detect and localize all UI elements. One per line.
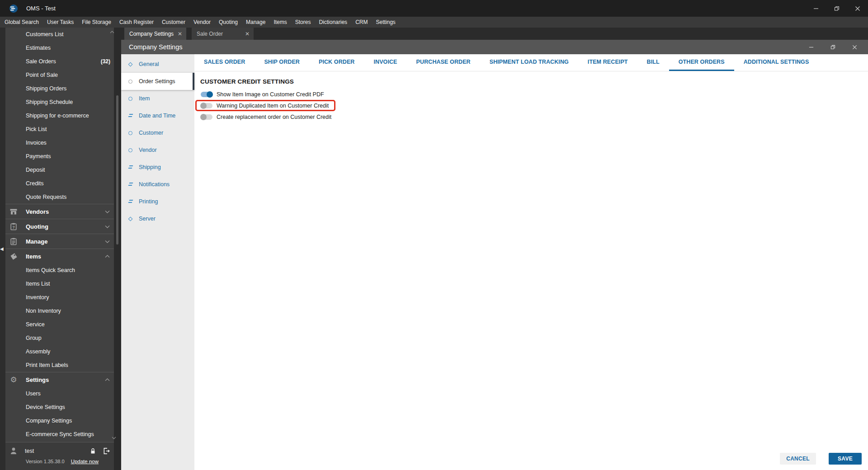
menu-item[interactable]: User Tasks bbox=[43, 17, 78, 28]
menu-item[interactable]: Manage bbox=[242, 17, 269, 28]
logout-icon[interactable] bbox=[103, 447, 110, 455]
settings-category-item[interactable]: Item bbox=[121, 90, 194, 107]
close-button[interactable] bbox=[852, 45, 857, 50]
sidebar-item[interactable]: Point of Sale bbox=[5, 68, 114, 82]
settings-category-item[interactable]: Order Settings bbox=[121, 73, 194, 90]
menu-item[interactable]: Vendor bbox=[189, 17, 215, 28]
settings-tab[interactable]: SHIP ORDER bbox=[255, 54, 309, 71]
sidebar-group-quoting[interactable]: ? Quoting bbox=[5, 219, 114, 234]
settings-tab[interactable]: ADDITIONAL SETTINGS bbox=[734, 54, 819, 71]
sidebar-item[interactable]: Users bbox=[5, 387, 114, 400]
document-tab[interactable]: Company Settings ✕ bbox=[124, 28, 186, 40]
lock-icon[interactable] bbox=[90, 447, 96, 455]
toggle-row[interactable]: Create replacement order on Customer Cre… bbox=[195, 111, 338, 122]
sidebar-item[interactable]: E-commerce Sync Settings bbox=[5, 428, 114, 441]
sidebar-item[interactable]: Items Quick Search bbox=[5, 263, 114, 277]
settings-tab[interactable]: PICK ORDER bbox=[309, 54, 364, 71]
sidebar-scrollbar[interactable] bbox=[116, 95, 118, 244]
menu-item[interactable]: Stores bbox=[291, 17, 315, 28]
settings-category-item[interactable]: Notifications bbox=[121, 176, 194, 193]
menu-item[interactable]: Global Search bbox=[0, 17, 43, 28]
settings-category-item[interactable]: Date and Time bbox=[121, 107, 194, 124]
menu-item[interactable]: Quoting bbox=[215, 17, 242, 28]
sidebar-item[interactable]: Assembly bbox=[5, 345, 114, 358]
sidebar-item[interactable]: Invoices bbox=[5, 136, 114, 150]
update-now-link[interactable]: Update now bbox=[71, 459, 99, 464]
toggle-switch[interactable] bbox=[201, 103, 212, 108]
version-text: Version 1.35.38.0 bbox=[26, 459, 65, 464]
settings-category-item[interactable]: Server bbox=[121, 210, 194, 227]
settings-tab-label: ITEM RECEIPT bbox=[588, 59, 628, 65]
settings-tab[interactable]: ITEM RECEIPT bbox=[578, 54, 637, 71]
category-icon bbox=[127, 217, 133, 221]
sidebar-item[interactable]: Print Item Labels bbox=[5, 358, 114, 372]
sidebar-item[interactable]: Payments bbox=[5, 150, 114, 163]
sidebar-item[interactable]: Customers List bbox=[5, 28, 114, 41]
menu-item[interactable]: CRM bbox=[351, 17, 372, 28]
sidebar-group-manage[interactable]: Manage bbox=[5, 234, 114, 249]
settings-tab-label: PICK ORDER bbox=[319, 59, 354, 65]
document-tab[interactable]: Sale Order ✕ bbox=[192, 28, 254, 40]
menu-item[interactable]: Items bbox=[269, 17, 291, 28]
scroll-up-hint-icon[interactable] bbox=[109, 28, 115, 36]
restore-button[interactable] bbox=[830, 45, 835, 50]
settings-category-item[interactable]: Customer bbox=[121, 124, 194, 141]
sidebar-item[interactable]: Inventory bbox=[5, 291, 114, 304]
menu-item[interactable]: File Storage bbox=[78, 17, 115, 28]
cancel-button[interactable]: CANCEL bbox=[780, 453, 816, 465]
settings-tab-label: SHIPMENT LOAD TRACKING bbox=[490, 59, 569, 65]
sidebar-item[interactable]: Estimates bbox=[5, 41, 114, 55]
settings-tab[interactable]: PURCHASE ORDER bbox=[407, 54, 480, 71]
sidebar-item[interactable]: Service bbox=[5, 318, 114, 331]
sidebar-item[interactable]: Pick List bbox=[5, 122, 114, 136]
sidebar-item[interactable]: Quote Requests bbox=[5, 190, 114, 204]
menu-item[interactable]: Dictionaries bbox=[315, 17, 351, 28]
sidebar-item[interactable]: Non Inventory bbox=[5, 304, 114, 318]
sidebar-group-settings[interactable]: ⚙ Settings bbox=[5, 372, 114, 387]
sidebar-item[interactable]: Sale Orders (32) bbox=[5, 55, 114, 68]
toggle-row[interactable]: Warning Duplicated Item on Customer Cred… bbox=[195, 100, 335, 111]
sidebar-item[interactable]: Shipping Orders bbox=[5, 82, 114, 95]
settings-category-item[interactable]: Shipping bbox=[121, 159, 194, 176]
tab-close-icon[interactable]: ✕ bbox=[175, 31, 182, 37]
sidebar-item[interactable]: Shipping Schedule bbox=[5, 95, 114, 109]
settings-tab[interactable]: SHIPMENT LOAD TRACKING bbox=[480, 54, 578, 71]
scroll-down-hint-icon[interactable] bbox=[111, 433, 117, 442]
restore-button[interactable] bbox=[826, 0, 847, 17]
sidebar-group-items[interactable]: Items bbox=[5, 249, 114, 263]
settings-category-item[interactable]: Printing bbox=[121, 193, 194, 210]
menubar: Global Search User Tasks File Storage Ca… bbox=[0, 17, 868, 28]
sidebar-collapse-arrow-icon[interactable]: ◀ bbox=[0, 246, 4, 251]
document-tab-label: Company Settings bbox=[129, 31, 175, 37]
settings-category-item[interactable]: General bbox=[121, 56, 194, 73]
toggle-switch[interactable] bbox=[201, 92, 212, 97]
toggle-row[interactable]: Show Item Image on Customer Credit PDF bbox=[195, 89, 331, 100]
menu-item[interactable]: Settings bbox=[372, 17, 399, 28]
minimize-button[interactable] bbox=[806, 0, 826, 17]
sidebar-item[interactable]: Company Settings bbox=[5, 414, 114, 428]
settings-tab[interactable]: SALES ORDER bbox=[194, 54, 255, 71]
save-button[interactable]: SAVE bbox=[829, 453, 862, 465]
close-button[interactable] bbox=[847, 0, 868, 17]
tab-close-icon[interactable]: ✕ bbox=[242, 31, 250, 37]
settings-tab[interactable]: BILL bbox=[637, 54, 669, 71]
sidebar-item-label: Assembly bbox=[26, 348, 50, 355]
sidebar-item-label: Users bbox=[26, 390, 41, 397]
settings-tab[interactable]: OTHER ORDERS bbox=[669, 54, 734, 71]
category-icon bbox=[127, 63, 133, 66]
sidebar-item[interactable]: Items List bbox=[5, 277, 114, 291]
chevron-up-icon bbox=[104, 254, 110, 258]
sidebar-item[interactable]: Credits bbox=[5, 177, 114, 190]
menu-item[interactable]: Cash Register bbox=[115, 17, 158, 28]
sidebar-item[interactable]: Shipping for e-commerce bbox=[5, 109, 114, 122]
minimize-button[interactable] bbox=[809, 45, 814, 50]
category-icon bbox=[127, 80, 133, 84]
sidebar-item[interactable]: Group bbox=[5, 331, 114, 345]
menu-item[interactable]: Customer bbox=[158, 17, 189, 28]
sidebar-item[interactable]: Deposit bbox=[5, 163, 114, 177]
settings-category-item[interactable]: Vendor bbox=[121, 141, 194, 159]
sidebar-group-vendors[interactable]: Vendors bbox=[5, 204, 114, 219]
settings-tab[interactable]: INVOICE bbox=[364, 54, 406, 71]
sidebar-item[interactable]: Device Settings bbox=[5, 400, 114, 414]
toggle-switch[interactable] bbox=[201, 114, 212, 120]
